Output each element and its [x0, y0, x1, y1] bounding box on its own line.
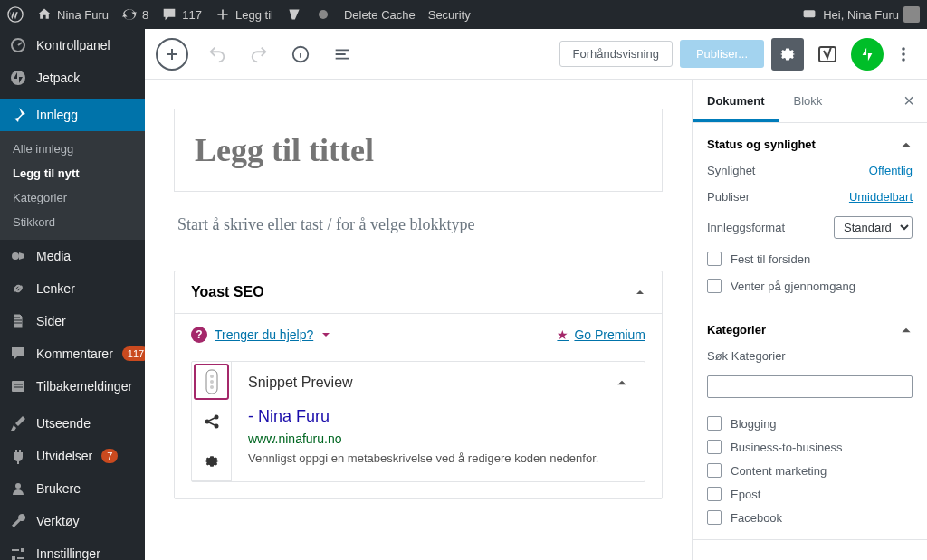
category-item[interactable]: Epost	[707, 487, 913, 501]
submenu-add-new[interactable]: Legg til nytt	[0, 161, 145, 185]
dot-status[interactable]	[315, 6, 331, 23]
svg-point-10	[902, 47, 905, 51]
stick-checkbox[interactable]: Fest til forsiden	[707, 252, 913, 266]
settings-sidebar: Dokument Blokk × Status og synlighet Syn…	[692, 80, 927, 560]
menu-pages[interactable]: Sider	[0, 305, 145, 337]
menu-dashboard[interactable]: Kontrollpanel	[0, 29, 145, 62]
post-title-wrapper	[174, 109, 663, 192]
add-block-button[interactable]	[156, 38, 188, 71]
undo-button[interactable]	[205, 42, 230, 67]
yoast-icon	[286, 6, 302, 23]
submenu-categories[interactable]: Kategorier	[0, 185, 145, 210]
checkbox-icon	[707, 252, 722, 266]
category-item[interactable]: Blogging	[707, 416, 913, 431]
yoast-header[interactable]: Yoast SEO	[175, 271, 662, 314]
delete-cache[interactable]: Delete Cache	[344, 8, 416, 22]
menu-tools[interactable]: Verktøy	[0, 505, 145, 537]
svg-point-19	[214, 423, 218, 428]
publish-button[interactable]: Publiser...	[680, 40, 764, 68]
search-categories-input[interactable]	[707, 375, 913, 398]
svg-rect-6	[12, 381, 24, 392]
security-link[interactable]: Security	[428, 8, 471, 22]
content-info-button[interactable]	[288, 42, 313, 67]
menu-media[interactable]: Media	[0, 240, 145, 272]
post-title-input[interactable]	[195, 131, 642, 169]
panel-categories-toggle[interactable]: Kategorier	[707, 323, 913, 337]
menu-plugins[interactable]: Utvidelser7	[0, 440, 145, 472]
jetpack-toggle[interactable]	[851, 38, 884, 71]
yoast-toggle[interactable]	[811, 38, 844, 71]
comments-link[interactable]: 117	[161, 6, 202, 23]
menu-comments[interactable]: Kommentarer117	[0, 337, 145, 370]
checkbox-icon	[707, 416, 722, 431]
plus-icon	[215, 6, 231, 23]
editor-content: Forhåndsvisning Publiser... Start å skri…	[145, 29, 927, 560]
panel-status-toggle[interactable]: Status og synlighet	[707, 138, 913, 151]
category-item[interactable]: Facebook	[707, 510, 913, 525]
snippet-title[interactable]: - Nina Furu	[248, 407, 628, 426]
admin-bar: Nina Furu 8 117 Legg til Delete Cache Se…	[0, 0, 927, 29]
snippet-description[interactable]: Vennligst oppgi en metabeskrivelse ved å…	[248, 451, 628, 465]
help-icon: ?	[191, 327, 207, 343]
plugin-icon	[9, 447, 27, 465]
preview-button[interactable]: Forhåndsvisning	[559, 41, 673, 67]
help-link[interactable]: Trenger du hjelp?	[215, 327, 313, 342]
yoast-ab[interactable]	[286, 6, 302, 23]
add-new[interactable]: Legg til	[215, 6, 273, 23]
panel-status: Status og synlighet SynlighetOffentlig P…	[693, 123, 927, 308]
svg-point-5	[12, 252, 19, 260]
go-premium-link[interactable]: ★Go Premium	[557, 327, 645, 342]
close-settings[interactable]: ×	[891, 80, 927, 122]
snippet-tab-traffic[interactable]	[194, 364, 229, 400]
site-name-text: Nina Furu	[57, 8, 109, 22]
collapse-icon[interactable]	[616, 376, 628, 389]
comments-count: 117	[182, 8, 202, 22]
updates[interactable]: 8	[121, 6, 148, 23]
publish-value[interactable]: Umiddelbart	[849, 190, 913, 204]
dashboard-icon	[9, 36, 27, 54]
snippet-url[interactable]: www.ninafuru.no	[248, 432, 628, 446]
menu-jetpack[interactable]: Jetpack	[0, 62, 145, 94]
media-icon	[9, 247, 27, 265]
outline-button[interactable]	[330, 42, 355, 67]
updates-count: 8	[142, 8, 148, 22]
menu-posts[interactable]: Innlegg	[0, 99, 145, 131]
home-icon	[36, 6, 53, 23]
pending-checkbox[interactable]: Venter på gjennomgang	[707, 279, 913, 293]
submenu-posts: Alle innlegg Legg til nytt Kategorier St…	[0, 131, 145, 240]
menu-appearance[interactable]: Utseende	[0, 407, 145, 440]
menu-settings[interactable]: Innstillinger	[0, 537, 145, 560]
wp-logo[interactable]	[7, 6, 24, 23]
snippet-tab-settings[interactable]	[192, 441, 231, 481]
category-list: Blogging Business-to-business Content ma…	[707, 416, 913, 525]
speech-icon	[801, 6, 817, 23]
tab-document[interactable]: Dokument	[693, 80, 779, 122]
plugins-badge: 7	[101, 449, 118, 463]
circle-icon	[315, 6, 331, 23]
visibility-value[interactable]: Offentlig	[869, 164, 913, 177]
submenu-all-posts[interactable]: Alle innlegg	[0, 137, 145, 161]
category-item[interactable]: Business-to-business	[707, 440, 913, 454]
settings-toggle[interactable]	[771, 38, 804, 71]
snippet-tab-share[interactable]	[192, 402, 231, 441]
category-item[interactable]: Content marketing	[707, 463, 913, 478]
post-format-select[interactable]: Standard	[834, 216, 913, 239]
menu-links[interactable]: Lenker	[0, 272, 145, 305]
svg-point-18	[214, 414, 218, 419]
greeting[interactable]: Hei, Nina Furu	[823, 6, 920, 23]
submenu-tags[interactable]: Stikkord	[0, 210, 145, 234]
sliders-icon	[9, 545, 27, 560]
tab-block[interactable]: Blokk	[779, 80, 837, 122]
feedback-icon	[9, 377, 27, 395]
publish-label: Publiser	[707, 190, 750, 204]
block-appender[interactable]: Start å skrive eller tast / for å velge …	[177, 215, 659, 234]
menu-feedback[interactable]: Tilbakemeldinger	[0, 370, 145, 403]
jetpack-icon	[9, 69, 27, 87]
caret-up-icon	[635, 287, 645, 298]
site-name[interactable]: Nina Furu	[36, 6, 109, 23]
notifications[interactable]	[801, 6, 817, 23]
menu-users[interactable]: Brukere	[0, 472, 145, 505]
redo-button[interactable]	[246, 42, 272, 67]
more-menu[interactable]	[891, 42, 916, 67]
svg-point-17	[205, 419, 209, 423]
